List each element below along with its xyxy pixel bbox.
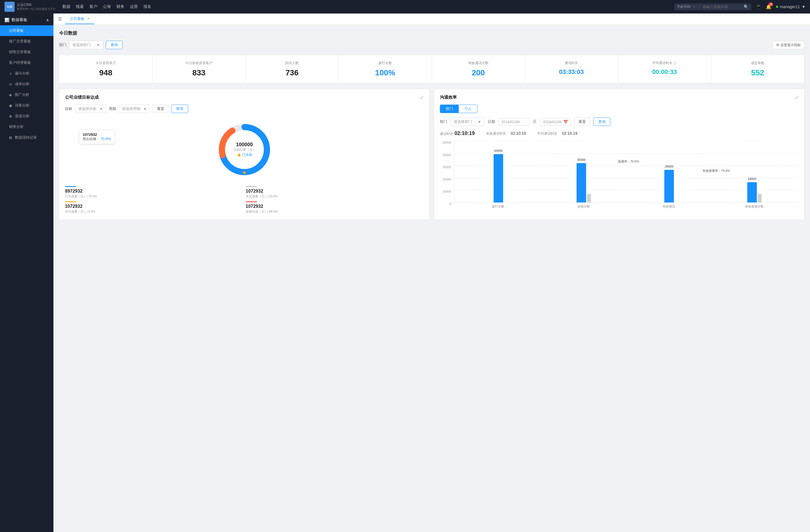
nav-items: 数据 线索 客户 公海 财务 运营 报名 bbox=[62, 3, 667, 11]
dept-label: 部门 bbox=[59, 43, 66, 48]
eff-date-label: 日期 bbox=[488, 119, 495, 124]
setting-display-button[interactable]: ⚙ 设置显示指标 bbox=[773, 41, 804, 49]
goal-select[interactable]: 请选择目标 ▼ bbox=[75, 105, 106, 113]
bar-eff-connected: 18000 bbox=[747, 182, 757, 202]
eff-stat-label-2: 平均通话时长 bbox=[537, 132, 557, 135]
sidebar-item-data-flow[interactable]: ⊠ 数据流转记录 bbox=[0, 132, 53, 143]
funnel-icon: ⊹ bbox=[9, 71, 12, 76]
goal-query-button[interactable]: 查询 bbox=[171, 105, 188, 113]
stat-value-4: 200 bbox=[437, 68, 520, 77]
sidebar-item-sales-analysis[interactable]: 销售分析 bbox=[0, 121, 53, 132]
stat-label-7: 成交单数 bbox=[716, 61, 799, 66]
bar-group-effective: 有效接通率：70.9% 29000 bbox=[631, 141, 708, 202]
stat-effective-consult: 今日有效首咨客户 833 bbox=[152, 55, 245, 83]
sidebar-item-promotion-board[interactable]: 推广主管看板 bbox=[0, 36, 53, 47]
eff-stats: 通话时长 02:10:19 有效通话时长 02:10:19 平均通话时长 02:… bbox=[440, 131, 798, 136]
exceeded-desc: 超额完成（元）| 89.9% bbox=[246, 210, 424, 214]
nav-customers[interactable]: 客户 bbox=[90, 3, 97, 11]
nav-data[interactable]: 数据 bbox=[62, 3, 70, 11]
search-type-select[interactable]: 手机号码 bbox=[677, 4, 691, 9]
user-dropdown-icon[interactable]: ▼ bbox=[801, 4, 806, 9]
bar-effective: 29000 bbox=[664, 170, 674, 202]
mobile-icon[interactable]: 📱 bbox=[756, 4, 761, 10]
x-label-eff-connected: 有效接通次数 bbox=[716, 204, 793, 209]
stat-effective-calls: 有效通话次数 200 bbox=[432, 55, 525, 83]
period-select[interactable]: 请选择周期 ▼ bbox=[119, 105, 150, 113]
stat-call-duration: 通话时长 03:33:03 bbox=[525, 55, 618, 83]
y-label-0: 0 bbox=[450, 202, 451, 205]
eff-stat-avg-duration: 平均通话时长 02:10:19 bbox=[537, 131, 577, 136]
sidebar-collapse-icon[interactable]: ∧ bbox=[46, 18, 49, 22]
svg-text:👍 已达成: 👍 已达成 bbox=[237, 152, 252, 156]
grid-line-2 bbox=[454, 178, 798, 178]
bar-connected-gray bbox=[587, 194, 591, 202]
stat-value-6: 00:00:33 bbox=[623, 68, 707, 76]
should-bar bbox=[65, 201, 76, 202]
calendar-icon: 📅 bbox=[563, 120, 568, 124]
sidebar-section-dashboard: 📊 数据看板 ∧ 公司看板 推广主管看板 销售主管看板 客户经理看板 ⊹ 漏斗分… bbox=[0, 14, 53, 143]
completed-desc: 已完成量（元）| 70.9% bbox=[65, 194, 243, 199]
dept-select[interactable]: 请选择部门 ▼ bbox=[69, 41, 103, 49]
eff-date-from[interactable]: 2018/01/08 bbox=[498, 118, 529, 126]
tooltip-pct-row: 所占比例： 70.9% bbox=[83, 137, 111, 142]
main-content: ☰ 公司看板 ✕ 今日数据 部门 请选择部门 ▼ 查询 ⚙ bbox=[53, 14, 810, 532]
sidebar-item-sales-board[interactable]: 销售主管看板 bbox=[0, 47, 53, 57]
nav-finance[interactable]: 财务 bbox=[116, 3, 124, 11]
goal-stat-incomplete: 1072932 未完成量（元）| 20.9% bbox=[246, 186, 424, 199]
sidebar-item-promotion[interactable]: ◈ 推广分析 bbox=[0, 89, 53, 100]
today-filter-bar: 部门 请选择部门 ▼ 查询 ⚙ 设置显示指标 bbox=[59, 41, 804, 49]
eff-reset-button[interactable]: 重置 bbox=[574, 118, 590, 126]
menu-toggle-icon[interactable]: ☰ bbox=[58, 16, 62, 22]
nav-leads[interactable]: 线索 bbox=[76, 3, 84, 11]
stat-value-1: 833 bbox=[157, 68, 241, 77]
status-dot bbox=[776, 6, 778, 8]
sidebar-header: 📊 数据看板 ∧ bbox=[0, 14, 53, 25]
notification-icon[interactable]: 🔔 5 bbox=[766, 4, 772, 10]
stat-avg-duration: 平均通话时长 ⓘ 00:00:33 bbox=[618, 55, 711, 83]
eff-tab-personal[interactable]: 个人 bbox=[459, 105, 477, 113]
sidebar-item-visitor[interactable]: ◉ 访客分析 bbox=[0, 100, 53, 111]
y-label-10000: 10000 bbox=[442, 190, 451, 193]
donut-tooltip: 1072932 所占比例： 70.9% bbox=[79, 130, 114, 144]
user-info[interactable]: manager11 ▼ bbox=[776, 4, 806, 9]
goal-expand-icon[interactable]: ⤢ bbox=[420, 95, 424, 100]
eff-panel-title: 沟通效率 bbox=[440, 95, 457, 100]
chart-area: 43000 接通率：70.9% 35000 bbox=[454, 141, 798, 203]
exceeded-bar bbox=[246, 201, 257, 202]
eff-dept-label: 部门 bbox=[440, 119, 447, 124]
x-label-dial: 拨打次数 bbox=[459, 204, 537, 209]
sidebar-item-funnel[interactable]: ⊹ 漏斗分析 bbox=[0, 68, 53, 79]
eff-filter: 部门 请选择部门 ▼ 日期 2018/01/08 至 2018/01/08 📅 bbox=[440, 118, 798, 126]
goal-select-arrow: ▼ bbox=[99, 107, 103, 111]
svg-text:目标总量（元）: 目标总量（元） bbox=[233, 148, 255, 151]
nav-public[interactable]: 公海 bbox=[103, 3, 111, 11]
tab-close-icon[interactable]: ✕ bbox=[87, 17, 90, 20]
sidebar-item-cost[interactable]: ⊙ 成本分析 bbox=[0, 79, 53, 89]
y-axis: 50000 40000 30000 20000 10000 0 bbox=[440, 141, 452, 205]
today-query-button[interactable]: 查询 bbox=[106, 41, 123, 49]
goal-reset-button[interactable]: 重置 bbox=[153, 105, 168, 113]
tab-company-board[interactable]: 公司看板 ✕ bbox=[65, 14, 94, 24]
sidebar-item-customer-board[interactable]: 客户经理看板 bbox=[0, 57, 53, 68]
should-value: 1072932 bbox=[65, 204, 243, 209]
search-icon[interactable]: 🔍 bbox=[744, 4, 748, 9]
search-input[interactable] bbox=[702, 5, 742, 9]
eff-stat-label-1: 有效通话时长 bbox=[486, 132, 506, 135]
eff-tab-dept[interactable]: 部门 bbox=[440, 105, 459, 113]
sidebar-item-company-board[interactable]: 公司看板 bbox=[0, 25, 53, 36]
page-content: 今日数据 部门 请选择部门 ▼ 查询 ⚙ 设置显示指标 今 bbox=[53, 25, 810, 532]
nav-ops[interactable]: 运营 bbox=[130, 3, 138, 11]
eff-dept-select[interactable]: 请选择部门 ▼ bbox=[451, 118, 484, 126]
svg-point-6 bbox=[243, 171, 246, 174]
eff-query-button[interactable]: 查询 bbox=[594, 118, 610, 126]
eff-stat-value-2: 02:10:19 bbox=[562, 131, 578, 135]
nav-signup[interactable]: 报名 bbox=[143, 3, 151, 11]
goal-stat-exceeded: 1072932 超额完成（元）| 89.9% bbox=[246, 201, 424, 214]
sidebar-item-channel[interactable]: ⊗ 渠道分析 bbox=[0, 111, 53, 121]
data-flow-icon: ⊠ bbox=[9, 135, 12, 140]
x-label-connected: 接通次数 bbox=[545, 204, 622, 209]
eff-expand-icon[interactable]: ⤢ bbox=[795, 95, 798, 100]
eff-dept-arrow: ▼ bbox=[477, 120, 481, 124]
sidebar: 📊 数据看板 ∧ 公司看板 推广主管看板 销售主管看板 客户经理看板 ⊹ 漏斗分… bbox=[0, 14, 53, 532]
eff-date-to[interactable]: 2018/01/08 📅 bbox=[540, 118, 571, 126]
